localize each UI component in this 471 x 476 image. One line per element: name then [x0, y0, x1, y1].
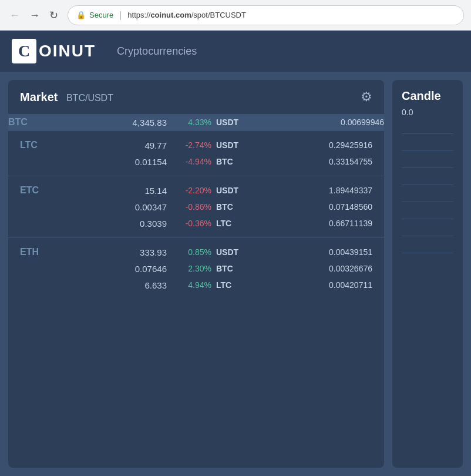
- ltc-volume-1: 0.29425916: [261, 140, 372, 150]
- candle-line-5: [402, 202, 453, 202]
- logo-icon: C: [12, 39, 36, 63]
- eth-price-1: 333.93: [55, 247, 167, 257]
- etc-row-2: ETC 0.00347 -0.86% BTC 0.07148560: [20, 199, 372, 215]
- refresh-button[interactable]: ↻: [47, 8, 60, 23]
- logo-text: OINUT: [36, 42, 96, 61]
- etc-spacer-1: ETC: [20, 202, 55, 212]
- eth-row-3: ETH 6.633 4.94% LTC 0.00420711: [20, 277, 372, 293]
- btc-volume: 0.00699946: [261, 118, 384, 127]
- main-content: Market BTC/USDT ⚙ BTC 4,345.83 4.33% USD…: [0, 72, 471, 476]
- url-display: https://coinut.com/spot/BTCUSDT: [127, 11, 246, 19]
- eth-row-1: ETH 333.93 0.85% USDT 0.00439151: [20, 244, 372, 260]
- candle-line-7: [402, 236, 453, 236]
- btc-quote: USDT: [214, 118, 261, 127]
- candle-value: 0.0: [402, 108, 453, 117]
- ltc-change-1: -2.74%: [167, 140, 214, 150]
- etc-volume-1: 1.89449337: [261, 186, 372, 195]
- etc-change-3: -0.36%: [167, 219, 214, 228]
- btc-price: 4,345.83: [43, 118, 167, 128]
- ltc-quote-2: BTC: [214, 157, 261, 166]
- etc-quote-1: USDT: [214, 186, 261, 195]
- header-subtitle: Cryptocurrencies: [117, 45, 197, 58]
- candle-title: Candle: [402, 89, 453, 103]
- ltc-price-2: 0.01154: [55, 157, 167, 167]
- candle-line-6: [402, 219, 453, 219]
- etc-volume-3: 0.66711139: [261, 219, 372, 228]
- settings-icon[interactable]: ⚙: [361, 89, 372, 105]
- ltc-quote-1: USDT: [214, 140, 261, 150]
- btc-row: BTC 4,345.83 4.33% USDT 0.00699946: [8, 114, 384, 130]
- eth-price-3: 6.633: [55, 280, 167, 290]
- etc-change-1: -2.20%: [167, 186, 214, 195]
- eth-change-3: 4.94%: [167, 280, 214, 290]
- url-prefix: https://: [127, 11, 150, 19]
- eth-volume-2: 0.00326676: [261, 264, 372, 273]
- eth-coin-label: ETH: [20, 247, 55, 257]
- forward-button[interactable]: →: [27, 8, 42, 23]
- etc-quote-2: BTC: [214, 202, 261, 212]
- market-title: Market: [20, 90, 58, 103]
- candle-line-1: [402, 133, 453, 134]
- logo: C OINUT: [12, 39, 96, 63]
- ltc-change-2: -4.94%: [167, 157, 214, 166]
- eth-quote-2: BTC: [214, 264, 261, 273]
- lock-icon: 🔒: [76, 11, 86, 19]
- etc-price-3: 0.3039: [55, 219, 167, 229]
- ltc-volume-2: 0.33154755: [261, 157, 372, 166]
- market-title-area: Market BTC/USDT: [20, 90, 113, 104]
- eth-quote-1: USDT: [214, 247, 261, 257]
- eth-change-1: 0.85%: [167, 247, 214, 257]
- etc-change-2: -0.86%: [167, 202, 214, 212]
- eth-row-2: ETH 0.07646 2.30% BTC 0.00326676: [20, 260, 372, 277]
- ltc-price-1: 49.77: [55, 140, 167, 150]
- market-panel: Market BTC/USDT ⚙ BTC 4,345.83 4.33% USD…: [8, 80, 384, 468]
- ltc-row-2: LTC 0.01154 -4.94% BTC 0.33154755: [20, 153, 372, 170]
- eth-volume-3: 0.00420711: [261, 280, 372, 290]
- candle-line-4: [402, 185, 453, 185]
- market-pair: BTC/USDT: [66, 93, 113, 103]
- url-path: /spot/BTCUSDT: [191, 11, 246, 19]
- etc-row-3: ETC 0.3039 -0.36% LTC 0.66711139: [20, 215, 372, 232]
- eth-spacer-1: ETH: [20, 263, 55, 274]
- eth-quote-3: LTC: [214, 280, 261, 290]
- candle-line-3: [402, 167, 453, 168]
- etc-quote-3: LTC: [214, 219, 261, 228]
- etc-price-1: 15.14: [55, 186, 167, 196]
- eth-spacer-2: ETH: [20, 280, 55, 290]
- secure-label: Secure: [89, 11, 113, 19]
- btc-coin-label: BTC: [8, 117, 43, 128]
- etc-spacer-2: ETC: [20, 218, 55, 229]
- etc-section: ETC 15.14 -2.20% USDT 1.89449337 ETC 0.0…: [8, 176, 384, 237]
- browser-navigation: ← → ↻: [7, 8, 60, 23]
- eth-price-2: 0.07646: [55, 264, 167, 274]
- ltc-section: LTC 49.77 -2.74% USDT 0.29425916 LTC 0.0…: [8, 130, 384, 176]
- ltc-spacer: LTC: [20, 156, 55, 167]
- ltc-row-1: LTC 49.77 -2.74% USDT 0.29425916: [20, 137, 372, 153]
- eth-volume-1: 0.00439151: [261, 247, 372, 257]
- etc-volume-2: 0.07148560: [261, 202, 372, 212]
- ltc-coin-label: LTC: [20, 140, 55, 150]
- btc-change: 4.33%: [167, 118, 214, 127]
- candle-panel: Candle 0.0: [392, 80, 463, 468]
- etc-row-1: ETC 15.14 -2.20% USDT 1.89449337: [20, 182, 372, 199]
- candle-line-8: [402, 253, 453, 253]
- address-bar[interactable]: 🔒 Secure | https://coinut.com/spot/BTCUS…: [68, 5, 464, 25]
- market-header: Market BTC/USDT ⚙: [8, 80, 384, 114]
- url-domain: coinut.com: [150, 11, 191, 19]
- candle-line-2: [402, 150, 453, 151]
- eth-change-2: 2.30%: [167, 264, 214, 273]
- app-header: C OINUT Cryptocurrencies: [0, 31, 471, 72]
- candle-lines: [402, 133, 453, 253]
- browser-chrome: ← → ↻ 🔒 Secure | https://coinut.com/spot…: [0, 0, 471, 31]
- eth-section: ETH 333.93 0.85% USDT 0.00439151 ETH 0.0…: [8, 237, 384, 299]
- back-button[interactable]: ←: [7, 8, 22, 23]
- etc-price-2: 0.00347: [55, 202, 167, 212]
- etc-coin-label: ETC: [20, 185, 55, 196]
- separator: |: [119, 10, 122, 21]
